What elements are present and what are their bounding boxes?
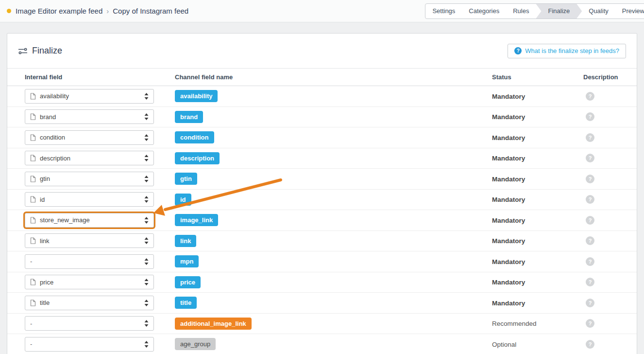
question-circle-icon[interactable]: ? bbox=[586, 112, 594, 121]
question-circle-icon[interactable]: ? bbox=[586, 319, 594, 328]
column-header-description: Description bbox=[583, 73, 637, 81]
step-tab-settings[interactable]: Settings bbox=[425, 4, 462, 18]
select-stepper-icon bbox=[144, 113, 149, 120]
channel-field-badge: id bbox=[175, 194, 191, 206]
channel-field-cell: brand bbox=[175, 111, 492, 123]
question-circle-icon[interactable]: ? bbox=[586, 195, 594, 204]
channel-field-cell: age_group bbox=[175, 338, 492, 350]
top-bar: Image Editor example feed › Copy of Inst… bbox=[0, 0, 644, 22]
select-stepper-icon bbox=[144, 341, 149, 348]
internal-field-cell: brand bbox=[25, 109, 175, 124]
internal-field-select[interactable]: - bbox=[25, 254, 154, 269]
select-stepper-icon bbox=[144, 134, 149, 141]
question-circle-icon[interactable]: ? bbox=[586, 236, 594, 245]
step-tab-categories[interactable]: Categories bbox=[462, 4, 506, 18]
internal-field-value: brand bbox=[40, 113, 140, 121]
description-cell: ? bbox=[583, 299, 637, 307]
breadcrumb-feed[interactable]: Image Editor example feed bbox=[16, 7, 102, 15]
status-cell: Mandatory bbox=[492, 195, 583, 204]
internal-field-value: description bbox=[40, 155, 140, 162]
channel-field-cell: title bbox=[175, 297, 492, 309]
question-circle-icon: ? bbox=[514, 47, 522, 54]
channel-field-cell: availability bbox=[175, 90, 492, 102]
channel-field-cell: id bbox=[175, 194, 492, 206]
step-tab-quality[interactable]: Quality bbox=[582, 4, 615, 18]
step-tab-preview[interactable]: Preview bbox=[615, 4, 644, 18]
column-header-channel-field-name: Channel field name bbox=[175, 73, 492, 81]
internal-field-select[interactable]: title bbox=[25, 296, 154, 310]
file-icon bbox=[30, 134, 36, 141]
description-cell: ? bbox=[583, 216, 637, 225]
finalize-panel: Finalize ? What is the finalize step in … bbox=[7, 33, 637, 354]
steps-nav: SettingsCategoriesRulesFinalizeQualityPr… bbox=[425, 3, 644, 19]
finalize-help-button[interactable]: ? What is the finalize step in feeds? bbox=[508, 44, 626, 58]
file-icon bbox=[30, 217, 36, 224]
internal-field-cell: price bbox=[25, 275, 175, 289]
channel-field-cell: gtin bbox=[175, 173, 492, 185]
status-text: Mandatory bbox=[492, 237, 525, 245]
internal-field-select[interactable]: - bbox=[25, 337, 154, 352]
status-cell: Optional bbox=[492, 340, 583, 349]
channel-field-badge: availability bbox=[175, 90, 218, 102]
select-stepper-icon bbox=[144, 93, 149, 100]
internal-field-cell: - bbox=[25, 254, 175, 269]
channel-field-cell: condition bbox=[175, 131, 492, 143]
internal-field-select[interactable]: id bbox=[25, 192, 154, 207]
internal-field-select[interactable]: gtin bbox=[25, 172, 154, 186]
channel-field-cell: additional_image_link bbox=[175, 318, 492, 330]
file-icon bbox=[30, 300, 36, 306]
description-cell: ? bbox=[583, 133, 637, 142]
status-cell: Mandatory bbox=[492, 257, 583, 266]
channel-field-badge: title bbox=[175, 297, 197, 309]
status-text: Mandatory bbox=[492, 279, 525, 286]
swap-lines-icon bbox=[18, 48, 28, 54]
internal-field-value: - bbox=[30, 340, 140, 348]
select-stepper-icon bbox=[144, 320, 149, 327]
question-circle-icon[interactable]: ? bbox=[586, 175, 594, 183]
status-text: Recommended bbox=[492, 320, 537, 327]
file-icon bbox=[30, 176, 36, 182]
internal-field-select[interactable]: store_new_image bbox=[25, 213, 154, 228]
internal-field-select[interactable]: price bbox=[25, 275, 154, 289]
table-row: -age_groupOptional? bbox=[7, 334, 637, 354]
status-cell: Mandatory bbox=[492, 216, 583, 225]
step-tab-rules[interactable]: Rules bbox=[506, 4, 536, 18]
file-icon bbox=[30, 113, 36, 120]
status-text: Mandatory bbox=[492, 196, 525, 203]
internal-field-value: availability bbox=[40, 92, 140, 100]
table-header-row: Internal field Channel field name Status… bbox=[7, 69, 637, 86]
breadcrumb-subfeed[interactable]: Copy of Instagram feed bbox=[113, 7, 188, 15]
internal-field-select[interactable]: link bbox=[25, 233, 154, 248]
internal-field-cell: - bbox=[25, 316, 175, 331]
table-row: ididMandatory? bbox=[7, 190, 637, 211]
internal-field-value: - bbox=[30, 320, 140, 327]
internal-field-select[interactable]: condition bbox=[25, 130, 154, 145]
question-circle-icon[interactable]: ? bbox=[586, 278, 594, 286]
channel-field-badge: link bbox=[175, 235, 196, 247]
internal-field-select[interactable]: availability bbox=[25, 89, 154, 104]
question-circle-icon[interactable]: ? bbox=[586, 299, 594, 307]
question-circle-icon[interactable]: ? bbox=[586, 257, 594, 266]
description-cell: ? bbox=[583, 278, 637, 286]
select-stepper-icon bbox=[144, 237, 149, 244]
status-text: Mandatory bbox=[492, 217, 525, 224]
channel-field-badge: price bbox=[175, 276, 201, 288]
table-row: conditionconditionMandatory? bbox=[7, 127, 637, 148]
question-circle-icon[interactable]: ? bbox=[586, 340, 594, 349]
question-circle-icon[interactable]: ? bbox=[586, 133, 594, 142]
internal-field-value: gtin bbox=[40, 175, 140, 182]
description-cell: ? bbox=[583, 340, 637, 349]
question-circle-icon[interactable]: ? bbox=[586, 216, 594, 225]
channel-field-cell: price bbox=[175, 276, 492, 288]
channel-field-cell: mpn bbox=[175, 255, 492, 267]
question-circle-icon[interactable]: ? bbox=[586, 92, 594, 101]
step-tab-finalize[interactable]: Finalize bbox=[536, 4, 582, 18]
internal-field-select[interactable]: - bbox=[25, 316, 154, 331]
channel-field-badge: image_link bbox=[175, 214, 218, 226]
internal-field-value: id bbox=[40, 196, 140, 203]
panel-header: Finalize ? What is the finalize step in … bbox=[7, 34, 637, 69]
internal-field-select[interactable]: brand bbox=[25, 109, 154, 124]
internal-field-select[interactable]: description bbox=[25, 151, 154, 165]
table-row: availabilityavailabilityMandatory? bbox=[7, 86, 637, 107]
question-circle-icon[interactable]: ? bbox=[586, 154, 594, 162]
